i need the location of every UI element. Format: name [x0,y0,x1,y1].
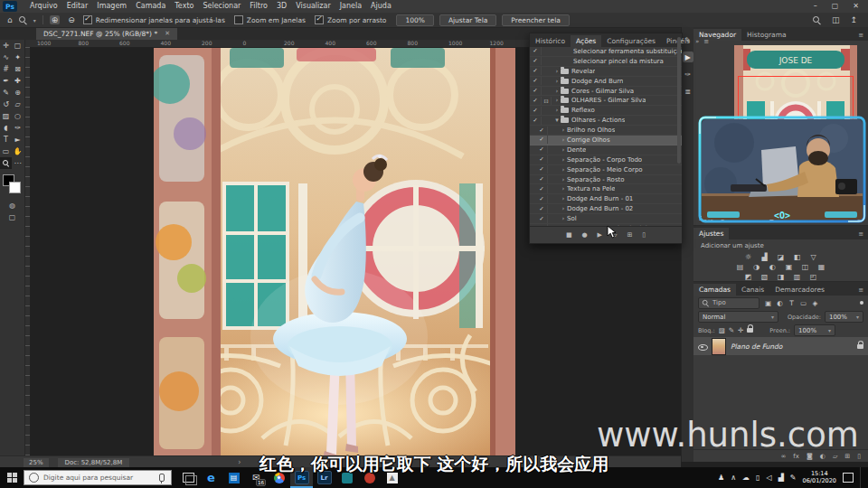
expand-arrow-icon[interactable]: › [560,156,567,164]
checkbox-icon[interactable] [315,15,324,24]
action-row[interactable]: ✓ › Reflexo [530,106,682,116]
lock-pixels-icon[interactable]: ✎ [729,326,734,334]
menu-item[interactable]: Janela [340,0,362,13]
zoom-preset-button[interactable]: Ajustar Tela [439,14,496,26]
zoom-in-button[interactable]: ⊕ [50,15,61,24]
action-label[interactable]: Corrige Olhos [567,136,610,144]
action-check-icon[interactable]: ✓ [530,57,542,65]
menu-item[interactable]: Visualizar [296,0,331,13]
action-row[interactable]: ✓ › Dodge And Burn - 01 [530,194,682,204]
action-row[interactable]: ✓ › Separação - Corpo Todo [530,155,682,165]
stop-action-button[interactable]: ■ [566,231,572,239]
expand-arrow-icon[interactable]: › [560,225,567,226]
action-check-icon[interactable]: ✓ [530,87,542,95]
photo-filter-icon[interactable]: ▣ [784,262,794,271]
layer-row-background[interactable]: Plano de Fundo [693,337,868,355]
filter-toggle-icon[interactable] [860,301,863,305]
close-tab-icon[interactable]: ✕ [165,30,170,37]
action-row[interactable]: ✓ › Dodge And Burn [530,77,682,87]
tab-camadas[interactable]: Camadas [693,284,736,296]
record-action-button[interactable]: ● [582,231,588,239]
action-label[interactable]: Selecionar pincel da mistura [573,58,664,65]
panel-menu-icon[interactable]: ≡ [858,230,863,238]
menu-item[interactable]: Selecionar [203,0,241,13]
action-label[interactable]: Separação - Corpo Todo [567,156,642,164]
canvas-photo[interactable] [154,48,515,455]
action-label[interactable]: Selecionar ferramenta substituição de co… [573,48,682,55]
layer-visibility-icon[interactable] [698,343,707,351]
zoom-out-button[interactable]: ⊖ [66,15,77,24]
menu-item[interactable]: Imagem [97,0,127,13]
quick-mask-button[interactable]: ◍ [9,202,15,210]
action-label[interactable]: Sol [567,215,577,222]
action-check-icon[interactable]: ✓ [536,136,548,144]
tab-demarcadores[interactable]: Demarcadores [769,284,830,296]
action-label[interactable]: Dente [567,146,586,154]
layer-name[interactable]: Plano de Fundo [731,343,853,351]
workspace-icon[interactable]: ◫ [832,15,840,24]
collapse-panel-icon[interactable]: » [695,38,699,45]
filter-smart-object-icon[interactable]: ◈ [810,299,820,307]
action-row[interactable]: ✓ › Corrige Olhos [530,136,682,145]
action-label[interactable]: Dodge And Burn [571,78,623,85]
panel-menu-icon[interactable]: ≡ [858,286,863,294]
tab-acoes[interactable]: Ações [571,35,601,47]
restore-button[interactable]: ▢ [832,0,839,13]
action-check-icon[interactable]: ✓ [536,215,548,223]
tab-histograma[interactable]: Histograma [741,29,792,41]
action-check-icon[interactable]: ✓ [530,97,542,105]
vibrance-icon[interactable]: ▽ [808,252,818,261]
blur-tool[interactable]: ○ [12,110,24,122]
tab-historico[interactable]: Histórico [530,35,571,47]
action-row[interactable]: ✓ › Dodge And Burn - 02 [530,204,682,214]
action-label[interactable]: Textura na Pele [567,185,615,192]
curves-icon[interactable]: ◪ [776,252,786,261]
expand-arrow-icon[interactable]: › [553,68,561,75]
share-icon[interactable]: ↥ [850,15,857,24]
path-selection-tool[interactable]: ► [12,134,24,145]
filter-shape-icon[interactable]: ▭ [798,299,808,307]
action-row[interactable]: ✓ › Cores - Gilmar Silva [530,87,682,97]
layer-search-box[interactable]: Tipo [698,297,760,309]
action-label[interactable]: Separação - Meio Corpo [567,166,643,174]
action-check-icon[interactable]: ✓ [536,224,548,226]
action-row[interactable]: ✓ ⊡ › OLHARES - Gilmar Silva [530,96,682,106]
gradient-tool[interactable]: ▨ [0,110,12,122]
hue-saturation-icon[interactable]: ▤ [735,262,745,271]
delete-action-button[interactable]: ▯ [642,231,646,239]
crop-tool[interactable]: # [0,63,12,75]
action-dialog-toggle[interactable]: ⊡ [542,97,552,105]
action-row[interactable]: ✓ › Separação - Rosto [530,175,682,185]
pen-tool[interactable]: ✑ [12,122,24,134]
exposure-icon[interactable]: ◧ [792,252,802,261]
expand-arrow-icon[interactable]: › [560,136,567,144]
levels-icon[interactable]: ▟ [760,252,769,261]
search-icon[interactable] [813,16,821,24]
move-tool[interactable]: ✛ [0,40,12,52]
option-checkbox[interactable]: Zoom em Janelas [234,15,306,24]
action-label[interactable]: Cores - Gilmar Silva [571,88,634,95]
zoom-preset-button[interactable]: 100% [396,14,433,26]
color-lookup-icon[interactable]: ▦ [816,262,826,271]
option-checkbox[interactable]: Redimensionar janelas para ajustá-las [83,15,225,24]
shape-tool[interactable]: ▭ [0,145,12,157]
action-label[interactable]: Separação - Rosto [567,176,625,183]
action-check-icon[interactable]: ✓ [536,185,548,193]
color-balance-icon[interactable]: ◑ [751,262,761,271]
expand-arrow-icon[interactable]: › [560,205,567,212]
edit-toolbar-button[interactable]: ⋯ [12,157,24,169]
clone-stamp-tool[interactable]: ⊕ [12,87,24,99]
opacity-select[interactable]: 100% ▾ [825,311,863,323]
type-tool[interactable]: T [0,134,12,145]
action-row[interactable]: ✓ › Dente [530,145,682,155]
dodge-tool[interactable]: ◖ [0,122,12,134]
action-check-icon[interactable]: ✓ [530,117,542,125]
tab-configuracoes[interactable]: Configurações [601,35,661,47]
panel-menu-icon[interactable]: ≡ [858,32,863,39]
expand-arrow-icon[interactable]: › [560,127,567,134]
dock-pen-icon[interactable]: ✑ [683,69,693,80]
new-action-button[interactable]: ⊞ [627,231,632,239]
document-tab[interactable]: DSC_7271.NEF @ 25% (RGB/8*) * ✕ [36,27,177,40]
brush-tool[interactable]: ✎ [0,87,12,99]
action-label[interactable]: OLHARES - Gilmar Silva [571,97,646,104]
